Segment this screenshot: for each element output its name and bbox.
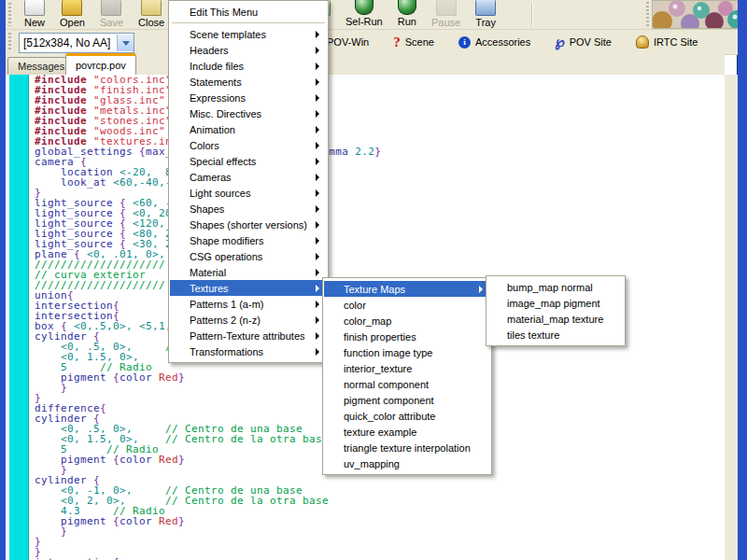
run-button-group: IniSel-RunRunPauseTray [303,0,503,29]
menu-item-texture-example[interactable]: texture example [324,424,490,440]
toolbar-button-label: Accessories [475,36,530,48]
editor-tabstrip: Messages povrcp.pov [6,54,725,75]
menu-item-animation[interactable]: Animation [170,121,327,137]
menu-item-function-image-type[interactable]: function image type [324,344,490,360]
menu-item-label: Shapes [190,203,224,215]
insert-context-menu: Edit This Menu Scene templatesHeadersInc… [168,0,329,363]
menu-item-label: color [344,300,366,311]
toolbar-grip[interactable] [646,2,649,27]
close-file-icon [141,0,162,16]
toolbar-grip[interactable] [8,3,11,26]
toolbar-grip[interactable] [8,33,11,51]
submenu-arrow-icon [316,126,319,133]
menu-item-label: image_map pigment [507,298,600,309]
menu-separator [172,22,325,23]
toolbar-button-pov-site[interactable]: ℘POV Site [549,32,617,52]
menu-item-shapes-shorter-versions[interactable]: Shapes (shorter versions) [170,217,327,232]
submenu-arrow-icon [316,237,319,245]
toolbar-button-close[interactable]: Close [131,0,172,28]
combobox-dropdown-button[interactable] [117,35,134,51]
menu-item-label: CSG operations [190,251,262,262]
menu-item-textures[interactable]: Textures [170,280,327,296]
toolbar-button-label: Run [398,16,416,27]
toolbar-button-accessories[interactable]: iAccessories [453,35,536,50]
menu-item-colors[interactable]: Colors [170,137,327,153]
menu-item-pattern-texture-attributes[interactable]: Pattern-Texture attributes [170,328,327,343]
toolbar-button-irtc-site[interactable]: IRTC Site [630,34,703,50]
tab-povrcp-pov[interactable]: povrcp.pov [65,53,136,75]
menu-item-label: Shapes (shorter versions) [190,219,307,231]
menu-item-interior-texture[interactable]: interior_texture [324,360,490,376]
menu-item-transformations[interactable]: Transformations [170,343,327,359]
main-toolbar: NewOpenSaveClose IniSel-RunRunPauseTray [6,0,738,30]
menu-item-triangle-texture-interpolation[interactable]: triangle texture interpolation [324,440,490,455]
menu-item-include-files[interactable]: Include files [170,58,327,74]
menu-item-finish-properties[interactable]: finish properties [324,329,490,344]
menu-item-label: function image type [344,347,432,358]
menu-item-label: Patterns 1 (a-m) [190,299,263,310]
menu-item-shape-modifiers[interactable]: Shape modifiers [170,232,327,248]
toolbar-button-open[interactable]: Open [52,0,92,28]
menu-item-pigment-component[interactable]: pigment component [324,392,490,408]
menu-item-tiles-texture[interactable]: tiles texture [487,327,624,343]
menu-item-bump-map-normal[interactable]: bump_map normal [487,279,624,295]
toolbar-button-scene[interactable]: ?Scene [388,33,440,52]
save-icon [101,0,121,16]
menu-item-misc-directives[interactable]: Misc. Directives [170,105,327,121]
submenu-arrow-icon [479,286,483,293]
submenu-arrow-icon [316,158,319,165]
menu-item-edit-this-menu[interactable]: Edit This Menu [170,4,327,20]
submenu-arrow-icon [316,316,319,324]
menu-item-material-map-texture[interactable]: material_map texture [487,311,624,327]
menu-item-label: Headers [190,45,229,56]
menu-item-special-effects[interactable]: Special effects [170,153,327,169]
menu-item-shapes[interactable]: Shapes [170,201,327,217]
menu-item-statements[interactable]: Statements [170,74,327,90]
submenu-arrow-icon [316,110,319,118]
menu-item-expressions[interactable]: Expressions [170,90,327,105]
submenu-arrow-icon [316,332,319,340]
info-icon: i [458,36,471,49]
menu-item-color-map[interactable]: color_map [324,313,490,329]
toolbar-button-label: Tray [475,17,496,28]
toolbar-button-label: Close [138,17,164,28]
sel-run-icon [355,0,374,15]
menu-item-label: Scene templates [190,29,266,40]
menu-item-color[interactable]: color [324,297,490,313]
tab-label: Messages [18,61,64,72]
menu-item-uv-mapping[interactable]: uv_mapping [324,455,490,471]
menu-item-texture-maps[interactable]: Texture Maps [324,281,490,297]
toolbar-button-tray[interactable]: Tray [468,0,503,28]
menu-item-label: Misc. Directives [190,108,261,119]
file-button-group: NewOpenSaveClose [17,0,172,29]
pov-site-icon: ℘ [555,34,564,50]
toolbar-button-new[interactable]: New [17,0,52,28]
menu-item-scene-templates[interactable]: Scene templates [170,26,327,42]
tray-icon [475,0,496,16]
toolbar-button-label: Sel-Run [345,16,383,27]
menu-item-csg-operations[interactable]: CSG operations [170,248,327,264]
menu-item-label: Light sources [190,188,250,199]
render-preview-thumbnail [652,0,738,29]
menu-item-light-sources[interactable]: Light sources [170,185,327,201]
menu-item-patterns-1-a-m[interactable]: Patterns 1 (a-m) [170,296,327,312]
toolbar-button-pause[interactable]: Pause [424,0,468,28]
menu-item-material[interactable]: Material [170,264,327,280]
render-size-combobox[interactable]: [512x384, No AA] [19,33,134,53]
menu-item-label: material_map texture [507,314,603,325]
toolbar-button-label: Open [60,17,85,28]
menu-item-normal-component[interactable]: normal component [324,376,490,392]
menu-item-label: triangle texture interpolation [344,442,471,454]
toolbar-button-run[interactable]: Run [390,0,424,27]
menu-item-label: bump_map normal [507,282,593,293]
menu-item-image-map-pigment[interactable]: image_map pigment [487,295,624,311]
menu-item-label: Expressions [190,92,246,104]
menu-item-quick-color-attribute[interactable]: quick_color attribute [324,408,490,424]
toolbar-button-save[interactable]: Save [92,0,131,28]
menu-item-patterns-2-n-z[interactable]: Patterns 2 (n-z) [170,312,327,328]
menu-item-label: quick_color attribute [344,411,435,422]
submenu-arrow-icon [316,285,319,292]
menu-item-headers[interactable]: Headers [170,42,327,58]
menu-item-cameras[interactable]: Cameras [170,169,327,185]
toolbar-button-sel-run[interactable]: Sel-Run [338,0,390,27]
